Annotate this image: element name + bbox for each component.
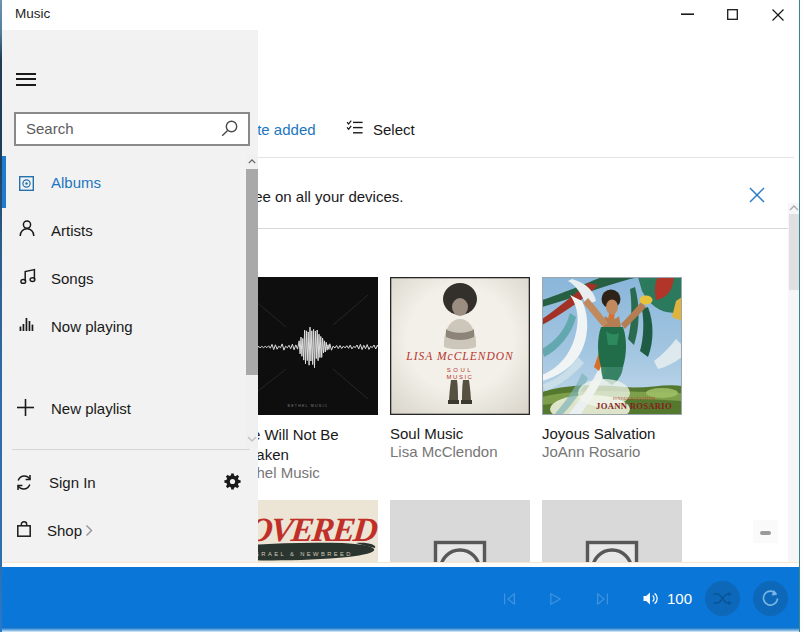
svg-text:BETHEL MUSIC: BETHEL MUSIC [288,404,329,408]
svg-text:ISRAEL & NEWBREED: ISRAEL & NEWBREED [251,551,353,557]
svg-text:MUSIC: MUSIC [447,374,474,380]
svg-text:COVERED: COVERED [238,511,378,548]
svg-text:LISA McCLENDON: LISA McCLENDON [405,350,514,362]
svg-text:JOANN ROSARIO: JOANN ROSARIO [596,401,672,411]
svg-text:SOUL: SOUL [447,367,473,373]
